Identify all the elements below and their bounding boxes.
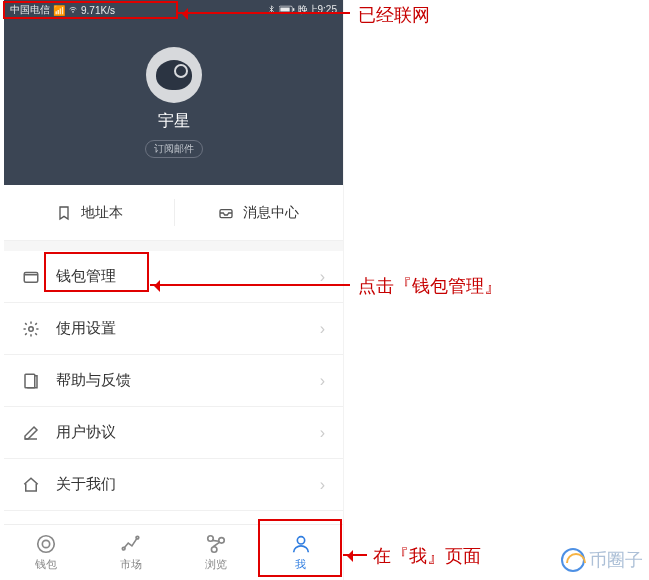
svg-rect-5 (24, 272, 38, 282)
tab-me[interactable]: 我 (258, 525, 343, 580)
watermark-icon (561, 548, 585, 572)
watermark-text: 币圈子 (589, 548, 643, 572)
address-book-label: 地址本 (81, 204, 123, 222)
annotation-text-wallet-manage: 点击『钱包管理』 (358, 274, 502, 298)
clock-label: 晚上9:25 (298, 3, 337, 17)
svg-rect-3 (280, 7, 289, 11)
phone-screen: 中国电信 📶 9.71K/s 晚上9:25 宇星 订阅邮件 (4, 0, 344, 580)
svg-rect-4 (220, 209, 232, 217)
settings-row[interactable]: 使用设置 › (4, 303, 343, 355)
settings-label: 使用设置 (56, 319, 320, 338)
chevron-right-icon: › (320, 372, 325, 390)
message-center-button[interactable]: 消息中心 (174, 185, 344, 240)
bookmark-icon (55, 204, 73, 222)
carrier-label: 中国电信 (10, 3, 50, 17)
chevron-right-icon: › (320, 268, 325, 286)
home-icon (22, 476, 40, 494)
battery-icon (279, 5, 295, 16)
tab-me-label: 我 (295, 557, 306, 572)
address-book-button[interactable]: 地址本 (4, 185, 174, 240)
tab-wallet-label: 钱包 (35, 557, 57, 572)
profile-header: 宇星 订阅邮件 (4, 20, 343, 185)
chevron-right-icon: › (320, 476, 325, 494)
wallet-manage-label: 钱包管理 (56, 267, 320, 286)
svg-point-15 (297, 537, 304, 544)
svg-point-14 (211, 547, 217, 553)
wallet-coin-icon (35, 533, 57, 555)
chevron-right-icon: › (320, 320, 325, 338)
person-icon (290, 533, 312, 555)
nodes-icon (205, 533, 227, 555)
section-gap (4, 241, 343, 251)
tab-browse-label: 浏览 (205, 557, 227, 572)
quick-actions: 地址本 消息中心 (4, 185, 343, 241)
tab-bar: 钱包 市场 浏览 我 (4, 524, 343, 580)
svg-point-11 (136, 536, 139, 539)
bluetooth-icon (267, 5, 276, 16)
tab-market[interactable]: 市场 (89, 525, 174, 580)
wallet-icon (22, 268, 40, 286)
subscribe-badge[interactable]: 订阅邮件 (145, 140, 203, 158)
avatar-image (156, 60, 192, 90)
chevron-right-icon: › (320, 424, 325, 442)
svg-point-0 (73, 12, 74, 13)
help-feedback-label: 帮助与反馈 (56, 371, 320, 390)
tab-market-label: 市场 (120, 557, 142, 572)
status-bar: 中国电信 📶 9.71K/s 晚上9:25 (4, 0, 343, 20)
wallet-manage-row[interactable]: 钱包管理 › (4, 251, 343, 303)
annotation-text-network: 已经联网 (358, 3, 430, 27)
user-agreement-label: 用户协议 (56, 423, 320, 442)
net-speed: 9.71K/s (81, 5, 115, 16)
svg-point-8 (38, 536, 55, 553)
document-edit-icon (22, 424, 40, 442)
about-us-label: 关于我们 (56, 475, 320, 494)
signal-icon: 📶 (53, 5, 65, 16)
svg-rect-2 (293, 8, 294, 11)
about-us-row[interactable]: 关于我们 › (4, 459, 343, 511)
help-icon (22, 372, 40, 390)
user-agreement-row[interactable]: 用户协议 › (4, 407, 343, 459)
tab-wallet[interactable]: 钱包 (4, 525, 89, 580)
avatar[interactable] (146, 47, 202, 103)
annotation-text-me-tab: 在『我』页面 (373, 544, 481, 568)
annotation-arrow-me-tab (343, 554, 367, 556)
gear-icon (22, 320, 40, 338)
display-name: 宇星 (158, 111, 190, 132)
svg-point-9 (43, 540, 50, 547)
tab-browse[interactable]: 浏览 (174, 525, 259, 580)
help-feedback-row[interactable]: 帮助与反馈 › (4, 355, 343, 407)
wifi-icon (68, 4, 78, 16)
inbox-icon (217, 204, 235, 222)
watermark: 币圈子 (561, 548, 643, 572)
chart-icon (120, 533, 142, 555)
message-center-label: 消息中心 (243, 204, 299, 222)
svg-point-6 (29, 326, 34, 331)
svg-rect-7 (25, 374, 35, 388)
